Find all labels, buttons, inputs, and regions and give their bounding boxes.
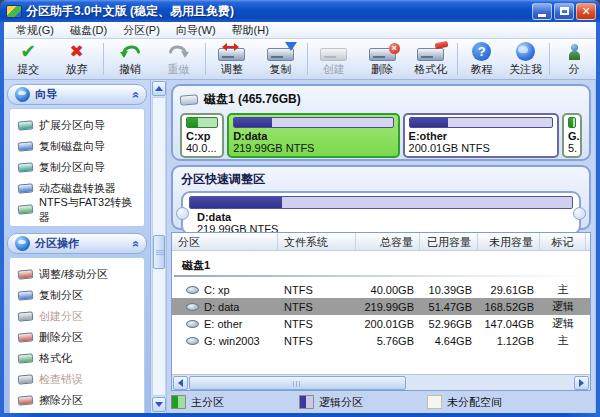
scrollbar-track[interactable] — [152, 97, 166, 396]
toolbar-redo-button[interactable]: 重做 — [154, 39, 202, 79]
sidebar-item-create-partition[interactable]: 创建分区 — [14, 306, 140, 327]
column-header-used[interactable]: 已用容量 — [420, 233, 478, 250]
disk-blue-icon — [18, 183, 34, 194]
app-window: 分区助手3.0中文版 (稳定、易用且免费) ✕ 常规(G) 磁盘(D) 分区(P… — [0, 0, 600, 417]
partition-map: C:xp 40.0... D:data 219.99GB NTFS E:othe… — [180, 113, 582, 158]
sidebar-item-delete-partition[interactable]: 删除分区 — [14, 327, 140, 348]
toolbar-discard-button[interactable]: ✖ 放弃 — [52, 39, 100, 79]
toolbar-copy-button[interactable]: 复制 — [256, 39, 304, 79]
toolbar: ✔ 提交 ✖ 放弃 撤销 重做 调整 — [4, 39, 596, 80]
table-horizontal-scrollbar[interactable] — [172, 374, 590, 390]
toolbar-tutorial-button[interactable]: ? 教程 — [460, 39, 504, 79]
column-header-partition[interactable]: 分区 — [172, 233, 278, 250]
resize-bar[interactable]: D:data 219.99GB NTFS — [181, 191, 581, 235]
scrollbar-thumb[interactable] — [189, 376, 406, 390]
sidebar-item-ntfs-fat32-converter[interactable]: NTFS与FAT32转换器 — [14, 199, 140, 220]
chevron-up-icon[interactable]: » — [129, 91, 143, 98]
sidebar-section-wizards[interactable]: 向导 » — [7, 84, 147, 105]
column-header-free[interactable]: 未用容量 — [478, 233, 540, 250]
scroll-right-button[interactable] — [574, 376, 589, 390]
disk-green-icon — [18, 204, 34, 215]
scroll-up-button[interactable] — [152, 81, 166, 96]
disk1-panel: 磁盘1 (465.76GB) C:xp 40.0... D:data 219.9… — [171, 84, 591, 161]
column-header-filesystem[interactable]: 文件系统 — [278, 233, 356, 250]
menu-help[interactable]: 帮助(H) — [224, 22, 277, 39]
primary-swatch-icon — [171, 395, 186, 409]
table-row-g[interactable]: G: win2003 NTFS 5.76GB 4.64GB 1.12GB 主 — [172, 332, 590, 349]
usage-strip — [186, 117, 218, 128]
partition-block-e[interactable]: E:other 200.01GB NTFS — [403, 113, 559, 158]
partition-icon — [186, 320, 199, 328]
disk-red-icon — [18, 332, 34, 343]
wizard-icon — [15, 87, 30, 102]
sidebar-item-check-errors[interactable]: 检查错误 — [14, 369, 140, 390]
triangle-left-icon — [178, 379, 183, 387]
disk-group-row[interactable]: 磁盘1 — [172, 251, 590, 275]
usage-strip — [568, 117, 576, 128]
disk-copy-icon — [267, 42, 294, 61]
menu-partition[interactable]: 分区(P) — [115, 22, 168, 39]
partition-block-d[interactable]: D:data 219.99GB NTFS — [227, 113, 399, 158]
legend-logical: 逻辑分区 — [299, 395, 419, 410]
sidebar-item-copy-partition-wizard[interactable]: 复制分区向导 — [14, 157, 140, 178]
logical-swatch-icon — [299, 395, 314, 409]
partition-block-g[interactable]: G. 5. — [562, 113, 582, 158]
toolbar-follow-button[interactable]: 关注我 — [504, 39, 548, 79]
chevron-up-icon[interactable]: » — [129, 240, 143, 247]
close-button[interactable]: ✕ — [576, 3, 596, 20]
disk-blue-icon — [18, 141, 34, 152]
scroll-left-button[interactable] — [173, 376, 188, 390]
globe-icon — [516, 42, 535, 61]
disk-red-icon — [18, 395, 34, 406]
column-header-total[interactable]: 总容量 — [356, 233, 420, 250]
sidebar-item-copy-partition[interactable]: 复制分区 — [14, 285, 140, 306]
group-divider — [174, 275, 588, 277]
scrollbar-thumb[interactable] — [153, 235, 165, 269]
table-header: 分区 文件系统 总容量 已用容量 未用容量 标记 — [172, 233, 590, 251]
sidebar-item-wipe-partition[interactable]: 擦除分区 — [14, 390, 140, 411]
usage-strip — [409, 117, 553, 128]
sidebar-item-copy-disk-wizard[interactable]: 复制磁盘向导 — [14, 136, 140, 157]
resize-handle-left[interactable] — [176, 207, 189, 220]
disk-red-icon — [18, 269, 34, 280]
body-area: 向导 » 扩展分区向导 复制磁盘向导 复制分区向导 动态磁盘转 — [4, 80, 596, 413]
toolbar-share-button[interactable]: 分 — [552, 39, 596, 79]
triangle-down-icon — [155, 402, 163, 407]
disk-format-icon — [417, 42, 444, 61]
toolbar-resize-button[interactable]: 调整 — [208, 39, 256, 79]
window-title: 分区助手3.0中文版 (稳定、易用且免费) — [26, 3, 532, 20]
legend-primary: 主分区 — [171, 395, 291, 410]
sidebar-item-format[interactable]: 格式化 — [14, 348, 140, 369]
menu-wizard[interactable]: 向导(W) — [168, 22, 224, 39]
table-row-c[interactable]: C: xp NTFS 40.00GB 10.39GB 29.61GB 主 — [172, 281, 590, 298]
usage-strip — [189, 196, 573, 209]
minimize-button[interactable] — [532, 3, 552, 20]
partition-block-c[interactable]: C:xp 40.0... — [180, 113, 224, 158]
help-icon: ? — [472, 42, 491, 61]
sidebar-item-resize-move-partition[interactable]: 调整/移动分区 — [14, 264, 140, 285]
menu-disk[interactable]: 磁盘(D) — [62, 22, 115, 39]
sidebar-section-partition-ops[interactable]: 分区操作 » — [7, 233, 147, 254]
table-row-d[interactable]: D: data NTFS 219.99GB 51.47GB 168.52GB 逻… — [172, 298, 590, 315]
cross-icon: ✖ — [70, 41, 84, 61]
toolbar-submit-button[interactable]: ✔ 提交 — [4, 39, 52, 79]
maximize-button[interactable] — [554, 3, 574, 20]
toolbar-format-button[interactable]: 格式化 — [406, 39, 454, 79]
sidebar-item-extend-partition-wizard[interactable]: 扩展分区向导 — [14, 115, 140, 136]
disk-gray-icon — [18, 374, 34, 385]
sidebar-scrollbar[interactable] — [150, 80, 166, 413]
toolbar-undo-button[interactable]: 撤销 — [106, 39, 154, 79]
toolbar-create-button[interactable]: 创建 — [310, 39, 358, 79]
resize-handle-right[interactable] — [573, 207, 586, 220]
toolbar-delete-button[interactable]: × 删除 — [358, 39, 406, 79]
toolbar-separator — [457, 43, 458, 75]
main-area: 磁盘1 (465.76GB) C:xp 40.0... D:data 219.9… — [167, 80, 595, 413]
table-row-e[interactable]: E: other NTFS 200.01GB 52.96GB 147.04GB … — [172, 315, 590, 332]
person-icon — [569, 42, 579, 61]
undo-arrow-icon — [119, 42, 141, 61]
column-header-flag[interactable]: 标记 — [540, 233, 586, 250]
toolbar-separator — [205, 43, 206, 75]
menu-general[interactable]: 常规(G) — [8, 22, 62, 39]
legend-unallocated: 未分配空间 — [427, 395, 547, 410]
scroll-down-button[interactable] — [152, 397, 166, 412]
